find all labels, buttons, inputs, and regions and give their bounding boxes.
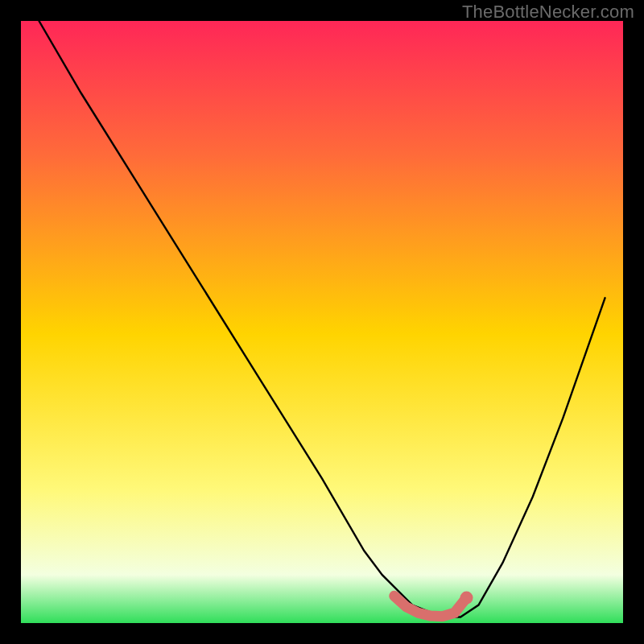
chart-container: TheBottleNecker.com <box>0 0 644 644</box>
watermark-text: TheBottleNecker.com <box>462 2 634 23</box>
highlight-end-dot <box>460 592 473 605</box>
bottleneck-chart <box>0 0 644 644</box>
chart-background <box>21 21 623 623</box>
